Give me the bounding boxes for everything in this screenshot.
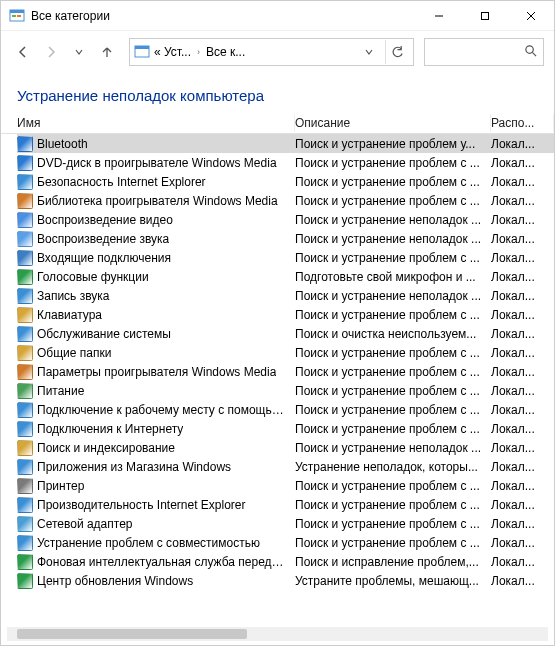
item-location: Локал... [491,346,554,360]
item-name: Общие папки [37,346,111,360]
list-item[interactable]: Параметры проигрывателя Windows MediaПои… [17,362,554,381]
item-desc: Поиск и устранение проблем с ... [295,308,491,322]
troubleshooter-icon [17,193,33,209]
list-item[interactable]: КлавиатураПоиск и устранение проблем с .… [17,305,554,324]
item-name: Поиск и индексирование [37,441,175,455]
list-item[interactable]: DVD-диск в проигрывателе Windows MediaПо… [17,153,554,172]
item-location: Локал... [491,479,554,493]
search-icon [524,44,537,60]
search-box[interactable] [424,38,544,66]
window-title: Все категории [31,9,416,23]
troubleshooter-icon [17,174,33,190]
troubleshooter-icon [17,288,33,304]
scrollbar-thumb[interactable] [17,629,247,639]
list-item[interactable]: ПитаниеПоиск и устранение проблем с ...Л… [17,381,554,400]
item-name: Фоновая интеллектуальная служба передачи… [37,555,289,569]
page-title: Устранение неполадок компьютера [1,73,554,112]
forward-button[interactable] [39,40,63,64]
up-button[interactable] [95,40,119,64]
list-item[interactable]: Библиотека проигрывателя Windows MediaПо… [17,191,554,210]
address-bar[interactable]: « Уст... › Все к... [129,38,414,66]
item-location: Локал... [491,517,554,531]
item-name: Принтер [37,479,84,493]
troubleshooter-icon [17,383,33,399]
troubleshooter-icon [17,421,33,437]
item-desc: Поиск и устранение проблем с ... [295,479,491,493]
item-location: Локал... [491,308,554,322]
list-item[interactable]: Центр обновления WindowsУстраните пробле… [17,571,554,590]
item-name: Воспроизведение звука [37,232,169,246]
troubleshooter-list: BluetoothПоиск и устранение проблем у...… [1,134,554,625]
item-desc: Поиск и устранение проблем с ... [295,517,491,531]
list-item[interactable]: Сетевой адаптерПоиск и устранение пробле… [17,514,554,533]
troubleshooter-icon [17,478,33,494]
item-desc: Поиск и устранение проблем с ... [295,384,491,398]
breadcrumb-separator-icon[interactable]: › [195,47,202,57]
item-name: Сетевой адаптер [37,517,132,531]
svg-rect-9 [135,46,149,49]
list-item[interactable]: Подключение к рабочему месту с помощью .… [17,400,554,419]
list-item[interactable]: Голосовые функцииПодготовьте свой микроф… [17,267,554,286]
item-desc: Поиск и устранение неполадок ... [295,213,491,227]
titlebar: Все категории [1,1,554,31]
troubleshooter-icon [17,554,33,570]
close-button[interactable] [508,1,554,31]
list-item[interactable]: Воспроизведение видеоПоиск и устранение … [17,210,554,229]
minimize-button[interactable] [416,1,462,31]
horizontal-scrollbar[interactable] [7,627,548,641]
item-location: Локал... [491,536,554,550]
column-header-desc[interactable]: Описание [295,114,491,132]
refresh-button[interactable] [385,40,409,64]
item-desc: Поиск и устранение проблем с ... [295,422,491,436]
list-item[interactable]: Производительность Internet ExplorerПоис… [17,495,554,514]
list-item[interactable]: Общие папкиПоиск и устранение проблем с … [17,343,554,362]
item-desc: Поиск и устранение проблем с ... [295,194,491,208]
list-item[interactable]: Подключения к ИнтернетуПоиск и устранени… [17,419,554,438]
item-name: Параметры проигрывателя Windows Media [37,365,276,379]
list-item[interactable]: Устранение проблем с совместимостьюПоиск… [17,533,554,552]
item-desc: Поиск и устранение проблем у... [295,137,491,151]
item-name: Устранение проблем с совместимостью [37,536,260,550]
item-desc: Поиск и устранение проблем с ... [295,346,491,360]
troubleshooter-icon [17,231,33,247]
list-item[interactable]: ПринтерПоиск и устранение проблем с ...Л… [17,476,554,495]
list-item[interactable]: Обслуживание системыПоиск и очистка неис… [17,324,554,343]
list-item[interactable]: Фоновая интеллектуальная служба передачи… [17,552,554,571]
item-desc: Поиск и устранение проблем с ... [295,403,491,417]
column-header-name[interactable]: Имя [17,114,295,132]
item-name: Обслуживание системы [37,327,171,341]
list-item[interactable]: Приложения из Магазина WindowsУстранение… [17,457,554,476]
svg-point-10 [526,46,533,53]
item-desc: Подготовьте свой микрофон и ... [295,270,491,284]
list-item[interactable]: Безопасность Internet ExplorerПоиск и ус… [17,172,554,191]
column-header-loc[interactable]: Распо... [491,114,554,132]
item-desc: Поиск и устранение проблем с ... [295,251,491,265]
list-item[interactable]: Поиск и индексированиеПоиск и устранение… [17,438,554,457]
list-item[interactable]: BluetoothПоиск и устранение проблем у...… [17,134,554,153]
item-location: Локал... [491,251,554,265]
item-name: Запись звука [37,289,110,303]
svg-line-11 [532,52,536,56]
item-location: Локал... [491,194,554,208]
troubleshooter-icon [17,326,33,342]
list-item[interactable]: Воспроизведение звукаПоиск и устранение … [17,229,554,248]
troubleshooter-icon [17,136,33,152]
list-item[interactable]: Входящие подключенияПоиск и устранение п… [17,248,554,267]
item-name: Воспроизведение видео [37,213,173,227]
maximize-button[interactable] [462,1,508,31]
back-button[interactable] [11,40,35,64]
item-desc: Поиск и устранение проблем с ... [295,536,491,550]
breadcrumb-part-1[interactable]: « Уст... [154,45,191,59]
item-location: Локал... [491,460,554,474]
item-name: Клавиатура [37,308,102,322]
troubleshooter-icon [17,364,33,380]
item-name: Центр обновления Windows [37,574,193,588]
item-desc: Поиск и устранение проблем с ... [295,175,491,189]
address-dropdown-button[interactable] [357,40,381,64]
recent-locations-button[interactable] [67,40,91,64]
breadcrumb-part-2[interactable]: Все к... [206,45,245,59]
item-location: Локал... [491,365,554,379]
troubleshooter-icon [17,155,33,171]
list-item[interactable]: Запись звукаПоиск и устранение неполадок… [17,286,554,305]
item-desc: Поиск и устранение проблем с ... [295,156,491,170]
